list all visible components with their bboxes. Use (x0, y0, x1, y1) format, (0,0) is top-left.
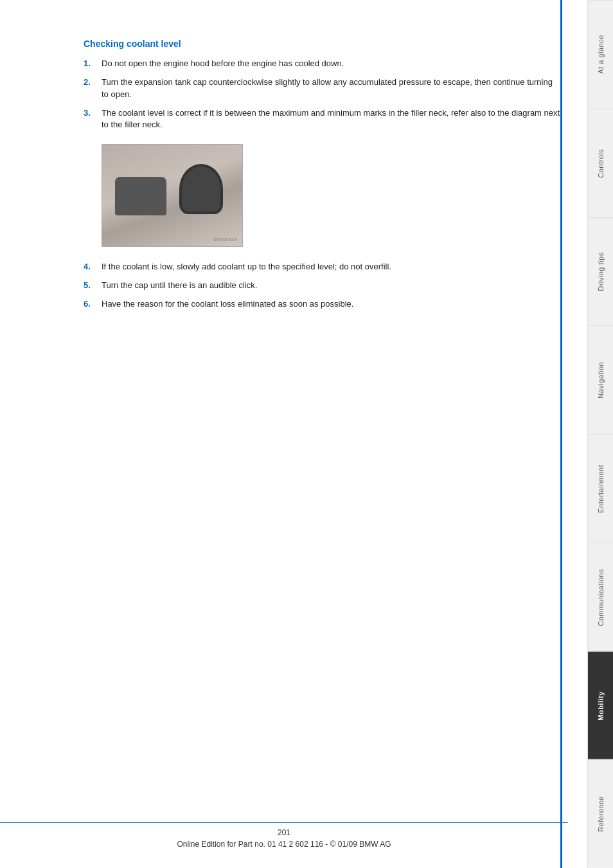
step-number: 2. (84, 77, 95, 101)
coolant-image-inner (102, 145, 242, 246)
step-text: Turn the cap until there is an audible c… (102, 280, 562, 292)
step-text: Have the reason for the coolant loss eli… (102, 298, 562, 311)
step-text: If the coolant is low, slowly add coolan… (102, 261, 562, 273)
list-item: 1.Do not open the engine hood before the… (84, 58, 562, 70)
step-text: Do not open the engine hood before the e… (102, 58, 562, 70)
page-number: 201 (0, 828, 568, 837)
page-footer: 201 Online Edition for Part no. 01 41 2 … (0, 822, 568, 849)
step-number: 4. (84, 261, 95, 273)
step-text: Turn the expansion tank cap counterclock… (102, 77, 562, 101)
section-title: Checking coolant level (84, 39, 562, 49)
step-number: 5. (84, 280, 95, 292)
list-item: 4.If the coolant is low, slowly add cool… (84, 261, 562, 273)
step-text: The coolant level is correct if it is be… (102, 107, 562, 132)
footer-text: Online Edition for Part no. 01 41 2 602 … (0, 840, 568, 849)
step-number: 3. (84, 107, 95, 132)
sidebar-tab-navigation[interactable]: Navigation (588, 325, 613, 434)
list-item: 2.Turn the expansion tank cap counterclo… (84, 77, 562, 101)
right-sidebar: At a glanceControlsDriving tipsNavigatio… (587, 0, 613, 868)
sidebar-tab-at-a-glance[interactable]: At a glance (588, 0, 613, 109)
main-content: Checking coolant level 1.Do not open the… (0, 0, 587, 868)
image-label: bmwxxxx (213, 236, 237, 242)
sidebar-tab-controls[interactable]: Controls (588, 109, 613, 217)
sidebar-tab-driving-tips[interactable]: Driving tips (588, 217, 613, 326)
step-number: 6. (84, 298, 95, 311)
steps-list: 1.Do not open the engine hood before the… (84, 58, 562, 131)
list-item: 5.Turn the cap until there is an audible… (84, 280, 562, 292)
sidebar-tab-entertainment[interactable]: Entertainment (588, 434, 613, 543)
steps-list-2: 4.If the coolant is low, slowly add cool… (84, 261, 562, 311)
list-item: 3.The coolant level is correct if it is … (84, 107, 562, 132)
step-number: 1. (84, 58, 95, 70)
coolant-image: bmwxxxx (102, 144, 243, 247)
sidebar-tab-mobility[interactable]: Mobility (588, 651, 613, 760)
blue-accent-bar (560, 0, 562, 868)
sidebar-tab-communications[interactable]: Communications (588, 543, 613, 651)
list-item: 6.Have the reason for the coolant loss e… (84, 298, 562, 311)
sidebar-tab-reference[interactable]: Reference (588, 759, 613, 868)
